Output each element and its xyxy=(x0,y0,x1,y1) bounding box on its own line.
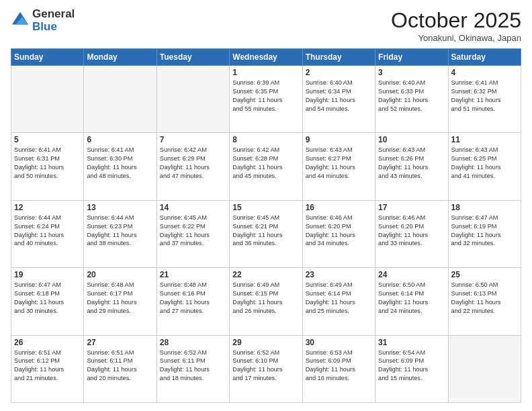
calendar-cell: 1Sunrise: 6:39 AMSunset: 6:35 PMDaylight… xyxy=(230,66,302,133)
calendar-cell: 2Sunrise: 6:40 AMSunset: 6:34 PMDaylight… xyxy=(302,66,375,133)
cell-line: Sunset: 6:10 PM xyxy=(232,357,299,365)
calendar-cell xyxy=(448,335,521,402)
day-number: 22 xyxy=(232,270,299,279)
cell-line: Sunrise: 6:41 AM xyxy=(451,79,518,87)
cell-line: Sunrise: 6:51 AM xyxy=(14,349,81,357)
cell-line: Daylight: 11 hours xyxy=(451,163,518,172)
cell-line: Daylight: 11 hours xyxy=(378,365,445,374)
cell-line: Sunset: 6:09 PM xyxy=(378,357,445,365)
cell-line: Sunrise: 6:43 AM xyxy=(306,146,372,154)
cell-line: and 29 minutes. xyxy=(87,307,153,316)
cell-line: Daylight: 11 hours xyxy=(451,96,518,105)
calendar-cell: 22Sunrise: 6:49 AMSunset: 6:15 PMDayligh… xyxy=(230,268,302,335)
weekday-header-thursday: Thursday xyxy=(302,49,375,66)
day-number: 4 xyxy=(451,68,518,77)
calendar-row-2: 12Sunrise: 6:44 AMSunset: 6:24 PMDayligh… xyxy=(11,200,521,267)
cell-line: Sunset: 6:11 PM xyxy=(87,357,153,365)
logo-icon xyxy=(11,11,30,30)
cell-line: and 30 minutes. xyxy=(14,307,81,316)
calendar-cell: 5Sunrise: 6:41 AMSunset: 6:31 PMDaylight… xyxy=(11,133,84,200)
cell-line: Daylight: 11 hours xyxy=(306,365,372,374)
cell-line: Sunset: 6:24 PM xyxy=(14,222,81,231)
cell-line: Sunset: 6:34 PM xyxy=(306,87,372,96)
cell-line: Sunrise: 6:43 AM xyxy=(378,146,445,154)
cell-line: and 54 minutes. xyxy=(306,105,372,113)
cell-line: Daylight: 11 hours xyxy=(232,298,299,307)
cell-line: Daylight: 11 hours xyxy=(451,298,518,307)
cell-line: and 43 minutes. xyxy=(378,172,445,181)
cell-line: Daylight: 11 hours xyxy=(160,365,226,374)
day-number: 15 xyxy=(232,203,299,212)
day-number: 8 xyxy=(232,135,299,144)
cell-line: Sunset: 6:25 PM xyxy=(451,154,518,163)
cell-line: Sunrise: 6:39 AM xyxy=(232,79,299,87)
cell-line: Daylight: 11 hours xyxy=(378,163,445,172)
day-number: 13 xyxy=(87,203,153,212)
cell-line: and 51 minutes. xyxy=(451,105,518,113)
day-number: 9 xyxy=(306,135,372,144)
cell-line: Daylight: 11 hours xyxy=(451,231,518,240)
calendar-cell: 28Sunrise: 6:52 AMSunset: 6:11 PMDayligh… xyxy=(157,335,229,402)
cell-line: Daylight: 11 hours xyxy=(232,163,299,172)
calendar-cell: 23Sunrise: 6:49 AMSunset: 6:14 PMDayligh… xyxy=(302,268,375,335)
cell-line: Sunrise: 6:50 AM xyxy=(378,281,445,289)
cell-line: and 37 minutes. xyxy=(160,239,226,248)
month-title: October 2025 xyxy=(391,8,521,33)
cell-line: Sunset: 6:26 PM xyxy=(378,154,445,163)
day-number: 11 xyxy=(451,135,518,144)
calendar-row-3: 19Sunrise: 6:47 AMSunset: 6:18 PMDayligh… xyxy=(11,268,521,335)
cell-line: Daylight: 11 hours xyxy=(306,231,372,240)
calendar: SundayMondayTuesdayWednesdayThursdayFrid… xyxy=(11,48,521,403)
cell-line: Sunrise: 6:41 AM xyxy=(14,146,81,154)
calendar-cell: 25Sunrise: 6:50 AMSunset: 6:13 PMDayligh… xyxy=(448,268,521,335)
logo-blue: Blue xyxy=(32,21,75,34)
logo-text: General Blue xyxy=(32,8,75,33)
day-number: 5 xyxy=(14,135,81,144)
cell-line: Sunrise: 6:40 AM xyxy=(378,79,445,87)
cell-line: and 25 minutes. xyxy=(306,307,372,316)
cell-line: Daylight: 11 hours xyxy=(160,231,226,240)
cell-line: Sunset: 6:12 PM xyxy=(14,357,81,365)
cell-line: Sunset: 6:11 PM xyxy=(160,357,226,365)
day-number: 23 xyxy=(306,270,372,279)
day-number: 10 xyxy=(378,135,445,144)
cell-line: and 34 minutes. xyxy=(306,239,372,248)
cell-line: Sunrise: 6:50 AM xyxy=(451,281,518,289)
cell-line: Sunrise: 6:52 AM xyxy=(160,349,226,357)
calendar-cell: 17Sunrise: 6:46 AMSunset: 6:20 PMDayligh… xyxy=(375,200,448,267)
cell-line: and 40 minutes. xyxy=(14,239,81,248)
day-number: 6 xyxy=(87,135,153,144)
cell-line: and 45 minutes. xyxy=(232,172,299,181)
cell-line: Sunrise: 6:42 AM xyxy=(160,146,226,154)
title-block: October 2025 Yonakuni, Okinawa, Japan xyxy=(391,8,521,43)
calendar-cell: 29Sunrise: 6:52 AMSunset: 6:10 PMDayligh… xyxy=(230,335,302,402)
cell-line: Sunset: 6:35 PM xyxy=(232,87,299,96)
cell-line: Sunset: 6:28 PM xyxy=(232,154,299,163)
cell-line: Sunset: 6:14 PM xyxy=(378,289,445,298)
calendar-cell: 14Sunrise: 6:45 AMSunset: 6:22 PMDayligh… xyxy=(157,200,229,267)
cell-line: Sunrise: 6:41 AM xyxy=(87,146,153,154)
cell-line: Daylight: 11 hours xyxy=(232,231,299,240)
cell-line: and 18 minutes. xyxy=(160,374,226,383)
weekday-header-wednesday: Wednesday xyxy=(230,49,302,66)
calendar-row-4: 26Sunrise: 6:51 AMSunset: 6:12 PMDayligh… xyxy=(11,335,521,402)
cell-line: and 21 minutes. xyxy=(14,374,81,383)
cell-line: Sunset: 6:14 PM xyxy=(306,289,372,298)
cell-line: Sunrise: 6:47 AM xyxy=(451,214,518,222)
cell-line: and 33 minutes. xyxy=(378,239,445,248)
cell-line: and 48 minutes. xyxy=(87,172,153,181)
cell-line: Sunset: 6:27 PM xyxy=(306,154,372,163)
cell-line: and 22 minutes. xyxy=(451,307,518,316)
day-number: 21 xyxy=(160,270,226,279)
cell-line: and 36 minutes. xyxy=(232,239,299,248)
day-number: 1 xyxy=(232,68,299,77)
weekday-header-sunday: Sunday xyxy=(11,49,84,66)
page: General Blue October 2025 Yonakuni, Okin… xyxy=(0,0,532,411)
day-number: 25 xyxy=(451,270,518,279)
calendar-cell: 10Sunrise: 6:43 AMSunset: 6:26 PMDayligh… xyxy=(375,133,448,200)
cell-line: Daylight: 11 hours xyxy=(306,298,372,307)
weekday-header-row: SundayMondayTuesdayWednesdayThursdayFrid… xyxy=(11,49,521,66)
cell-line: Daylight: 11 hours xyxy=(306,96,372,105)
cell-line: Daylight: 11 hours xyxy=(232,96,299,105)
calendar-cell xyxy=(11,66,84,133)
